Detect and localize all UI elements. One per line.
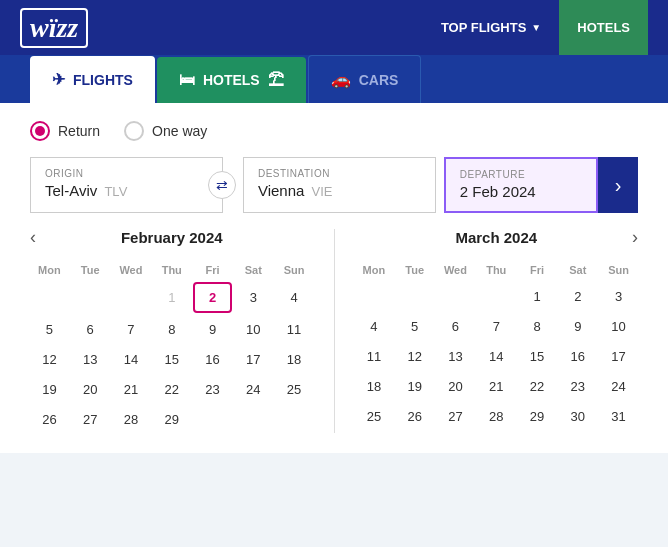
day-cell[interactable]: 11 xyxy=(355,342,394,370)
day-cell[interactable]: 23 xyxy=(558,372,597,400)
day-header: Sat xyxy=(558,260,597,280)
day-cell[interactable]: 26 xyxy=(30,405,69,433)
day-cell[interactable]: 8 xyxy=(152,315,191,343)
day-cell[interactable]: 10 xyxy=(599,312,638,340)
day-cell[interactable]: 16 xyxy=(558,342,597,370)
day-header: Sun xyxy=(599,260,638,280)
origin-label: ORIGIN xyxy=(45,168,208,179)
day-cell[interactable]: 3 xyxy=(234,282,273,313)
day-cell[interactable]: 22 xyxy=(152,375,191,403)
day-cell[interactable]: 17 xyxy=(599,342,638,370)
day-cell[interactable]: 25 xyxy=(275,375,314,403)
day-cell[interactable]: 5 xyxy=(30,315,69,343)
tab-flights-label: FLIGHTS xyxy=(73,72,133,88)
top-flights-nav[interactable]: TOP FLIGHTS ▼ xyxy=(423,0,559,55)
day-cell[interactable]: 16 xyxy=(193,345,232,373)
destination-field[interactable]: DESTINATION Vienna VIE xyxy=(243,157,436,213)
oneway-radio[interactable] xyxy=(124,121,144,141)
day-cell[interactable]: 17 xyxy=(234,345,273,373)
day-cell[interactable]: 1 xyxy=(518,282,557,310)
next-button[interactable]: › xyxy=(598,157,638,213)
oneway-option[interactable]: One way xyxy=(124,121,207,141)
departure-value: 2 Feb 2024 xyxy=(460,183,536,200)
mar-calendar-header: March 2024 › xyxy=(355,229,639,246)
day-cell[interactable]: 20 xyxy=(71,375,110,403)
day-cell[interactable]: 12 xyxy=(30,345,69,373)
day-cell[interactable]: 13 xyxy=(436,342,475,370)
return-radio[interactable] xyxy=(30,121,50,141)
day-cell[interactable]: 2 xyxy=(193,282,232,313)
booking-inputs: ORIGIN Tel-Aviv TLV ⇄ DESTINATION Vienna… xyxy=(30,157,638,213)
day-cell[interactable]: 21 xyxy=(477,372,516,400)
origin-field[interactable]: ORIGIN Tel-Aviv TLV ⇄ xyxy=(30,157,223,213)
day-cell[interactable]: 24 xyxy=(234,375,273,403)
feb-title: February 2024 xyxy=(121,229,223,246)
day-cell[interactable]: 5 xyxy=(395,312,434,340)
day-cell[interactable]: 30 xyxy=(558,402,597,430)
feb-grid: MonTueWedThuFriSatSun1234567891011121314… xyxy=(30,260,314,433)
day-cell[interactable]: 23 xyxy=(193,375,232,403)
empty-day-cell xyxy=(395,282,434,310)
day-cell[interactable]: 12 xyxy=(395,342,434,370)
day-cell[interactable]: 29 xyxy=(518,402,557,430)
departure-field[interactable]: DEPARTURE 2 Feb 2024 xyxy=(444,157,598,213)
tab-cars[interactable]: 🚗 CARS xyxy=(308,55,422,103)
return-option[interactable]: Return xyxy=(30,121,100,141)
day-cell[interactable]: 18 xyxy=(275,345,314,373)
day-cell[interactable]: 13 xyxy=(71,345,110,373)
tab-flights[interactable]: ✈ FLIGHTS xyxy=(30,56,155,103)
day-cell[interactable]: 14 xyxy=(112,345,151,373)
day-cell[interactable]: 7 xyxy=(477,312,516,340)
calendar-february: ‹ February 2024 MonTueWedThuFriSatSun123… xyxy=(30,229,324,433)
tab-hotels-label: HOTELS xyxy=(203,72,260,88)
day-cell[interactable]: 21 xyxy=(112,375,151,403)
prev-month-button[interactable]: ‹ xyxy=(30,227,36,248)
mar-title: March 2024 xyxy=(455,229,537,246)
day-cell[interactable]: 4 xyxy=(355,312,394,340)
day-cell[interactable]: 19 xyxy=(30,375,69,403)
day-cell[interactable]: 26 xyxy=(395,402,434,430)
day-header: Sat xyxy=(234,260,273,280)
day-cell[interactable]: 7 xyxy=(112,315,151,343)
day-cell[interactable]: 3 xyxy=(599,282,638,310)
day-cell[interactable]: 28 xyxy=(477,402,516,430)
top-flights-label: TOP FLIGHTS xyxy=(441,20,526,35)
day-cell[interactable]: 6 xyxy=(71,315,110,343)
day-cell[interactable]: 8 xyxy=(518,312,557,340)
day-cell[interactable]: 10 xyxy=(234,315,273,343)
header-navigation: TOP FLIGHTS ▼ HOTELS xyxy=(423,0,648,55)
day-cell[interactable]: 15 xyxy=(152,345,191,373)
day-header: Fri xyxy=(518,260,557,280)
day-cell[interactable]: 31 xyxy=(599,402,638,430)
day-cell[interactable]: 9 xyxy=(558,312,597,340)
day-cell[interactable]: 2 xyxy=(558,282,597,310)
day-cell[interactable]: 29 xyxy=(152,405,191,433)
logo[interactable]: wïzz xyxy=(20,8,88,48)
calendar-march: March 2024 › MonTueWedThuFriSatSun123456… xyxy=(345,229,639,433)
day-header: Sun xyxy=(275,260,314,280)
day-cell[interactable]: 11 xyxy=(275,315,314,343)
day-cell[interactable]: 1 xyxy=(152,282,191,313)
day-cell[interactable]: 19 xyxy=(395,372,434,400)
day-cell[interactable]: 15 xyxy=(518,342,557,370)
destination-code: VIE xyxy=(312,184,333,199)
day-cell[interactable]: 27 xyxy=(71,405,110,433)
return-radio-dot xyxy=(35,126,45,136)
day-cell[interactable]: 24 xyxy=(599,372,638,400)
day-header: Tue xyxy=(395,260,434,280)
chevron-down-icon: ▼ xyxy=(531,22,541,33)
day-cell[interactable]: 20 xyxy=(436,372,475,400)
day-cell[interactable]: 28 xyxy=(112,405,151,433)
day-cell[interactable]: 4 xyxy=(275,282,314,313)
day-cell[interactable]: 9 xyxy=(193,315,232,343)
day-cell[interactable]: 27 xyxy=(436,402,475,430)
day-cell[interactable]: 6 xyxy=(436,312,475,340)
tab-hotels[interactable]: 🛏 HOTELS ⛱ xyxy=(157,57,306,103)
day-cell[interactable]: 18 xyxy=(355,372,394,400)
day-cell[interactable]: 14 xyxy=(477,342,516,370)
hotels-nav[interactable]: HOTELS xyxy=(559,0,648,55)
next-month-button[interactable]: › xyxy=(632,227,638,248)
day-cell[interactable]: 22 xyxy=(518,372,557,400)
day-cell[interactable]: 25 xyxy=(355,402,394,430)
swap-button[interactable]: ⇄ xyxy=(208,171,236,199)
